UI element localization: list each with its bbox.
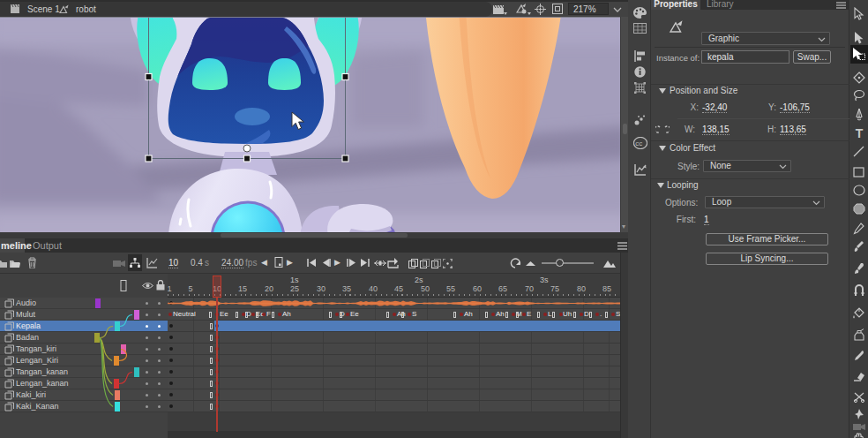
svg-text:cc: cc xyxy=(635,140,642,147)
